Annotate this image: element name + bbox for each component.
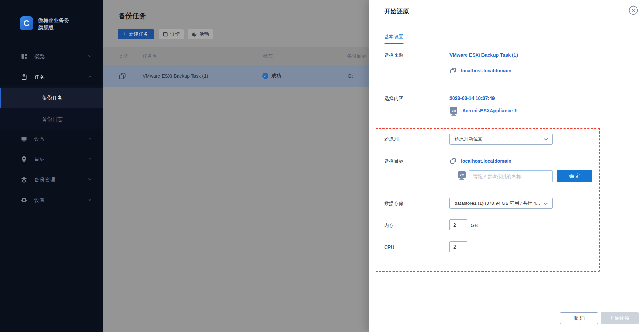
sidebar-item-backup-management[interactable]: 备份管理 <box>0 174 103 185</box>
content-vm-name: AcronisESXAppliance-1 <box>462 108 517 113</box>
column-header-target: 备份目标 <box>347 47 366 65</box>
sidebar: C 傲梅企业备份 旗舰版 概览 任务 <box>0 0 103 332</box>
sidebar-item-backup-tasks[interactable]: 备份任务 <box>0 88 103 108</box>
new-task-label: 新建任务 <box>129 31 148 37</box>
restore-to-select[interactable]: 还原到新位置 <box>449 134 553 145</box>
sidebar-item-devices[interactable]: 设备 <box>0 134 103 144</box>
vm-monitor-icon: VM <box>458 171 466 178</box>
datastore-select[interactable]: datastore1 (1) (378.94 GB 可用 / 共计 4... <box>449 198 553 209</box>
target-host-link[interactable]: localhost.localdomain <box>449 157 511 164</box>
activity-button[interactable]: 活动 <box>188 29 213 39</box>
vm-host-icon <box>449 67 457 74</box>
activity-label: 活动 <box>199 31 209 37</box>
plus-icon: + <box>123 31 126 37</box>
datastore-label: 数据存储 <box>384 201 403 207</box>
restore-to-label: 还原到 <box>384 136 399 142</box>
sidebar-item-label: 备份日志 <box>42 116 63 123</box>
drawer-title: 开始还原 <box>384 7 409 15</box>
table-header: 类型 任务名 状态 备份目标 <box>103 47 369 65</box>
sidebar-item-label: 目标 <box>34 156 45 162</box>
cpu-input[interactable] <box>449 241 467 252</box>
sidebar-item-label: 设置 <box>34 197 45 204</box>
app-logo-icon: C <box>20 16 33 30</box>
chevron-down-icon <box>88 157 92 160</box>
tasks-icon <box>21 73 27 80</box>
new-task-button[interactable]: + 新建任务 <box>118 29 154 39</box>
memory-unit-label: GB <box>471 222 478 228</box>
chevron-down-icon <box>544 202 548 205</box>
app-logo: C 傲梅企业备份 旗舰版 <box>20 16 69 31</box>
main-content: 备份任务 + 新建任务 详情 活动 类型 任务名 状态 备份目标 <box>103 0 369 332</box>
new-vm-name-input[interactable] <box>469 170 553 182</box>
source-label: 选择来源 <box>384 52 403 58</box>
cpu-label: CPU <box>384 244 395 250</box>
status-text: 成功 <box>271 73 281 79</box>
column-header-type: 类型 <box>119 47 128 65</box>
tab-basic-settings[interactable]: 基本设置 <box>384 34 403 40</box>
content-label: 选择内容 <box>384 95 403 102</box>
tab-divider <box>369 44 644 44</box>
vm-host-icon <box>449 157 457 164</box>
backup-target-cell: G: <box>348 65 353 87</box>
overview-icon <box>21 53 27 60</box>
footer-divider <box>369 304 644 304</box>
vm-host-type-icon <box>118 65 126 87</box>
sidebar-item-settings[interactable]: 设置 <box>0 195 103 205</box>
sidebar-item-overview[interactable]: 概览 <box>0 51 103 61</box>
source-host-text: localhost.localdomain <box>461 68 511 73</box>
sidebar-item-label: 备份管理 <box>34 176 55 183</box>
sidebar-item-targets[interactable]: 目标 <box>0 154 103 164</box>
task-name-cell: VMware ESXi Backup Task (1) <box>143 65 208 87</box>
status-cell: ✓ 成功 <box>262 65 281 87</box>
close-icon[interactable] <box>628 5 639 15</box>
confirm-button[interactable]: 确 定 <box>557 170 592 182</box>
page-title: 备份任务 <box>119 11 146 21</box>
chevron-down-icon <box>88 178 92 181</box>
details-button[interactable]: 详情 <box>159 29 184 39</box>
app-title-line2: 旗舰版 <box>38 24 69 31</box>
restore-drawer: 开始还原 基本设置 选择来源 VMware ESXi Backup Task (… <box>369 0 644 332</box>
location-pin-icon <box>21 156 27 162</box>
vm-monitor-icon: VM <box>450 107 457 114</box>
sidebar-item-tasks[interactable]: 任务 <box>0 72 103 82</box>
details-label: 详情 <box>170 31 180 37</box>
chevron-down-icon <box>88 137 92 140</box>
sidebar-item-backup-logs[interactable]: 备份日志 <box>0 113 103 125</box>
content-time-link[interactable]: 2023-03-14 10:37:49 <box>449 95 495 101</box>
details-icon <box>163 32 168 37</box>
memory-input[interactable] <box>449 219 467 230</box>
chevron-down-icon <box>88 198 92 201</box>
layers-icon <box>21 176 27 183</box>
start-restore-button[interactable]: 开始还原 <box>601 312 639 324</box>
sidebar-item-label: 概览 <box>34 53 45 60</box>
table-row[interactable]: VMware ESXi Backup Task (1) ✓ 成功 G: <box>103 65 369 87</box>
target-host-text: localhost.localdomain <box>461 158 511 164</box>
tasks-submenu: 备份任务 备份日志 <box>0 85 103 129</box>
screen: C 傲梅企业备份 旗舰版 概览 任务 <box>0 0 644 332</box>
column-header-name: 任务名 <box>143 47 157 65</box>
column-header-status: 状态 <box>263 47 273 65</box>
chevron-down-icon <box>88 55 92 57</box>
cancel-button[interactable]: 取 消 <box>560 312 598 324</box>
sidebar-item-label: 设备 <box>34 136 45 142</box>
activity-pie-icon <box>192 32 197 37</box>
sidebar-item-label: 备份任务 <box>42 95 63 101</box>
sidebar-item-label: 任务 <box>34 74 45 80</box>
content-vm-link[interactable]: VM AcronisESXAppliance-1 <box>450 107 517 114</box>
monitor-icon <box>21 136 27 142</box>
source-host-link[interactable]: localhost.localdomain <box>449 67 511 74</box>
restore-to-value: 还原到新位置 <box>455 136 482 142</box>
target-label: 选择目标 <box>384 158 403 164</box>
app-title-line1: 傲梅企业备份 <box>38 16 69 24</box>
chevron-up-icon <box>88 75 92 78</box>
memory-label: 内存 <box>384 222 394 229</box>
source-task-link[interactable]: VMware ESXi Backup Task (1) <box>449 52 518 58</box>
datastore-value: datastore1 (1) (378.94 GB 可用 / 共计 4... <box>455 200 540 206</box>
gear-icon <box>21 197 27 204</box>
success-check-icon: ✓ <box>262 73 268 79</box>
chevron-down-icon <box>544 138 548 141</box>
app-title: 傲梅企业备份 旗舰版 <box>38 16 69 31</box>
